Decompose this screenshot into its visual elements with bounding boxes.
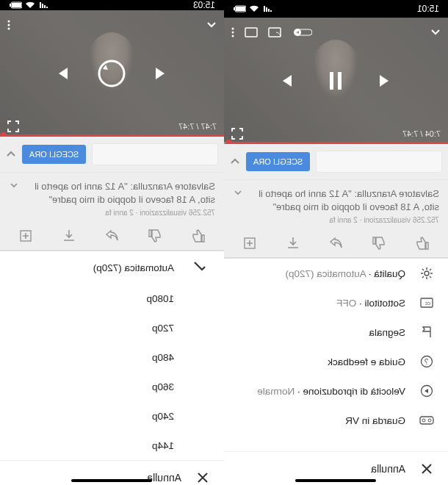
like-icon[interactable] xyxy=(415,236,430,251)
quality-option-row[interactable]: 720p xyxy=(0,313,224,342)
quality-option-row[interactable]: 480p xyxy=(0,342,224,372)
share-icon[interactable] xyxy=(105,229,120,243)
video-meta: 752.256 visualizzazioni · 2 anni fa xyxy=(233,216,439,224)
expand-icon[interactable] xyxy=(9,180,19,190)
save-icon[interactable] xyxy=(242,236,257,251)
help-label: Guida e feedback xyxy=(237,356,405,367)
quality-auto-label: Automatica (720p) xyxy=(13,262,174,273)
svg-point-20 xyxy=(428,419,431,422)
signal-icon xyxy=(38,1,48,9)
svg-point-26 xyxy=(8,24,10,26)
like-icon[interactable] xyxy=(191,229,206,243)
quality-value: Automatica (720p) xyxy=(285,268,366,279)
vr-icon xyxy=(419,416,434,425)
svg-rect-11 xyxy=(330,72,334,90)
progress-bar[interactable] xyxy=(224,142,448,144)
cancel-label: Annulla xyxy=(147,472,181,484)
chevron-down-icon[interactable] xyxy=(206,20,217,30)
quality-option-row[interactable]: 144p xyxy=(0,431,224,460)
report-label: Segnala xyxy=(237,327,405,338)
quality-auto-row[interactable]: Automatica (720p) xyxy=(0,251,224,284)
gear-icon xyxy=(420,267,433,280)
check-icon xyxy=(193,262,206,272)
captions-icon[interactable] xyxy=(245,27,258,37)
next-icon[interactable] xyxy=(55,65,71,82)
ad-banner: SCEGLI ORA xyxy=(0,137,224,172)
banner-cta-button[interactable]: SCEGLI ORA xyxy=(246,152,310,171)
quality-option-row[interactable]: 240p xyxy=(0,401,224,431)
video-info[interactable]: Salvatore Aranzulla: "A 12 anni ho apert… xyxy=(0,172,224,221)
collapse-icon[interactable] xyxy=(230,157,240,167)
autoplay-toggle-icon[interactable] xyxy=(292,27,312,37)
quality-row[interactable]: Qualità · Automatica (720p) xyxy=(224,259,448,288)
svg-text:?: ? xyxy=(424,358,429,366)
flag-icon xyxy=(421,326,433,339)
home-indicator xyxy=(296,479,377,482)
svg-rect-6 xyxy=(245,28,257,37)
dislike-icon[interactable] xyxy=(148,229,162,243)
previous-icon[interactable] xyxy=(153,65,170,82)
collapse-icon[interactable] xyxy=(6,149,16,159)
quality-sheet: Automatica (720p) 1080p 720p 480p 360p 2… xyxy=(0,251,224,485)
svg-point-8 xyxy=(232,32,234,34)
share-icon[interactable] xyxy=(329,236,344,251)
help-row[interactable]: ? Guida e feedback xyxy=(224,347,448,376)
video-meta: 752.256 visualizzazioni · 2 anni fa xyxy=(9,209,215,217)
status-bar: 15:01 xyxy=(224,0,448,18)
quality-label: Qualità xyxy=(374,268,405,279)
svg-rect-23 xyxy=(10,4,11,7)
svg-text:cc: cc xyxy=(425,301,431,306)
fullscreen-icon[interactable] xyxy=(231,128,243,140)
svg-rect-10 xyxy=(339,72,342,90)
svg-point-27 xyxy=(8,28,10,30)
dislike-icon[interactable] xyxy=(372,236,386,251)
banner-cta-button[interactable]: SCEGLI ORA xyxy=(22,145,86,164)
speed-value: Normale xyxy=(257,386,295,397)
svg-rect-5 xyxy=(269,28,281,37)
help-icon: ? xyxy=(420,355,433,368)
quality-option-row[interactable]: 1080p xyxy=(0,284,224,313)
progress-bar[interactable] xyxy=(0,134,224,137)
ad-banner: SCEGLI ORA xyxy=(224,144,448,179)
captions-row[interactable]: cc Sottotitoli · OFF xyxy=(224,288,448,317)
pause-button[interactable] xyxy=(319,63,354,98)
expand-icon[interactable] xyxy=(233,187,243,198)
cancel-label: Annulla xyxy=(371,463,405,475)
previous-icon[interactable] xyxy=(377,73,394,89)
quality-option-row[interactable]: 360p xyxy=(0,372,224,401)
close-icon xyxy=(197,472,209,484)
banner-image xyxy=(92,143,218,165)
svg-point-28 xyxy=(100,61,125,86)
svg-point-25 xyxy=(8,21,10,23)
video-player[interactable]: 7:47 / 7:47 xyxy=(0,10,224,137)
close-icon xyxy=(421,463,433,475)
next-icon[interactable] xyxy=(279,73,295,89)
speed-icon xyxy=(420,384,433,398)
report-row[interactable]: Segnala xyxy=(224,317,448,347)
download-icon[interactable] xyxy=(286,236,300,251)
svg-point-9 xyxy=(232,35,234,37)
svg-rect-2 xyxy=(236,7,245,11)
save-icon[interactable] xyxy=(18,229,33,243)
svg-point-21 xyxy=(422,419,425,422)
fullscreen-icon[interactable] xyxy=(7,121,19,132)
banner-image xyxy=(316,151,442,173)
chevron-down-icon[interactable] xyxy=(430,27,441,37)
wifi-icon xyxy=(249,5,259,12)
status-bar: 15:03 xyxy=(0,0,224,10)
replay-button[interactable] xyxy=(95,56,130,91)
cast-icon[interactable] xyxy=(268,27,281,37)
more-vert-icon[interactable] xyxy=(7,20,10,30)
video-info[interactable]: Salvatore Aranzulla: "A 12 anni ho apert… xyxy=(224,179,448,229)
download-icon[interactable] xyxy=(62,229,76,243)
video-player[interactable]: 7:04 / 7:47 xyxy=(224,18,448,144)
svg-rect-24 xyxy=(12,3,21,7)
home-indicator xyxy=(72,479,153,482)
settings-sheet: Qualità · Automatica (720p) cc Sottotito… xyxy=(224,258,448,485)
cc-icon: cc xyxy=(420,298,433,308)
more-vert-icon[interactable] xyxy=(231,27,234,37)
svg-rect-1 xyxy=(234,7,235,10)
vr-row[interactable]: Guarda in VR xyxy=(224,406,448,435)
speed-row[interactable]: Velocità di riproduzione · Normale xyxy=(224,376,448,406)
captions-label: Sottotitoli xyxy=(364,298,405,309)
